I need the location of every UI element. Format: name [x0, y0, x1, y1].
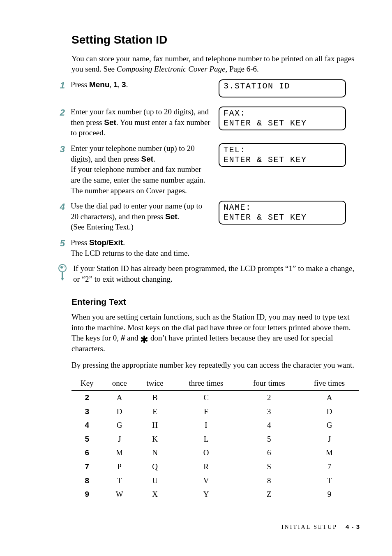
char-cell: J: [103, 432, 136, 446]
char-cell: 5: [239, 432, 300, 446]
step: 4Use the dial pad to enter your name (up…: [32, 201, 360, 232]
table-header: twice: [136, 376, 174, 391]
char-cell: 7: [300, 460, 359, 474]
step-number: 2: [58, 107, 65, 119]
char-cell: 6: [239, 446, 300, 460]
char-cell: E: [136, 405, 174, 419]
key-label: 3: [122, 80, 126, 89]
table-row: 5JKL5J: [71, 432, 359, 446]
footer-page-number: 4 - 3: [346, 523, 360, 530]
lcd-column: FAX: ENTER & SET KEY: [219, 107, 346, 134]
lcd-display: TEL: ENTER & SET KEY: [219, 143, 346, 167]
char-cell: R: [173, 460, 238, 474]
table-row: 2ABC2A: [71, 390, 359, 404]
text-run: ,: [118, 80, 122, 89]
entering-text-p2: By pressing the appropriate number key r…: [71, 360, 360, 371]
key-cell: 6: [71, 446, 103, 460]
char-cell: V: [173, 474, 238, 488]
lcd-display: 3.STATION ID: [219, 79, 346, 97]
table-row: 9WXYZ9: [71, 487, 359, 501]
table-header: three times: [173, 376, 238, 391]
key-label: Menu: [89, 80, 110, 89]
char-cell: 8: [239, 474, 300, 488]
lcd-column: 3.STATION ID: [219, 79, 346, 102]
note-icon: [58, 264, 67, 283]
step-body: Enter your telephone number (up) to 20 d…: [71, 143, 360, 196]
text-run: Use the dial pad to enter your name (up …: [71, 202, 202, 221]
svg-point-1: [60, 266, 63, 269]
table-header: once: [103, 376, 136, 391]
text-run: .: [126, 80, 128, 89]
char-cell: 2: [239, 390, 300, 404]
intro-paragraph: You can store your name, fax number, and…: [71, 53, 360, 74]
char-cell: Y: [173, 487, 238, 501]
footer-section: INITIAL SETUP: [281, 524, 337, 530]
et-p1-b: and: [125, 334, 140, 342]
key-table: Keyoncetwicethree timesfour timesfive ti…: [71, 376, 359, 501]
table-header: four times: [239, 376, 300, 391]
char-cell: B: [136, 390, 174, 404]
text-run: (See Entering Text.): [71, 222, 134, 231]
text-run: Press: [71, 238, 89, 247]
lcd-column: NAME: ENTER & SET KEY: [219, 201, 346, 229]
step: 3Enter your telephone number (up) to 20 …: [32, 143, 360, 196]
lcd-display: NAME: ENTER & SET KEY: [219, 201, 346, 225]
step-body: Press Stop/Exit.The LCD returns to the d…: [71, 237, 360, 258]
char-cell: 3: [239, 405, 300, 419]
key-cell: 5: [71, 432, 103, 446]
step-text: Use the dial pad to enter your name (up …: [71, 201, 210, 232]
section-heading: Setting Station ID: [71, 32, 360, 48]
char-cell: J: [300, 432, 359, 446]
step-number: 5: [58, 237, 65, 250]
step: 5Press Stop/Exit.The LCD returns to the …: [32, 237, 360, 258]
char-cell: G: [103, 418, 136, 432]
step-number: 1: [58, 79, 65, 92]
step-text: Enter your fax number (up to 20 digits),…: [71, 107, 210, 138]
text-run: .: [123, 238, 125, 247]
step-number: 3: [58, 143, 65, 155]
step-number: 4: [58, 201, 65, 213]
note-row: If your Station ID has already been prog…: [58, 263, 360, 284]
char-cell: 9: [300, 487, 359, 501]
entering-text-p1: When you are setting certain functions, …: [71, 312, 360, 354]
table-row: 8TUV8T: [71, 474, 359, 488]
svg-rect-2: [62, 272, 63, 278]
char-cell: Q: [136, 460, 174, 474]
char-cell: O: [173, 446, 238, 460]
text-run: If your telephone number and fax number …: [71, 165, 205, 195]
char-cell: X: [136, 487, 174, 501]
key-label: Set: [165, 212, 178, 221]
char-cell: N: [136, 446, 174, 460]
key-label: Set: [104, 118, 116, 127]
text-run: Enter your telephone number (up) to 20 d…: [71, 144, 195, 163]
key-label: 1: [113, 80, 118, 89]
char-cell: I: [173, 418, 238, 432]
table-row: 7PQRS7: [71, 460, 359, 474]
char-cell: S: [239, 460, 300, 474]
char-cell: L: [173, 432, 238, 446]
note-text: If your Station ID has already been prog…: [73, 263, 360, 284]
page-footer: INITIAL SETUP 4 - 3: [281, 523, 360, 531]
table-row: 6MNO6M: [71, 446, 359, 460]
char-cell: Z: [239, 487, 300, 501]
hash-key: #: [121, 334, 125, 342]
char-cell: M: [300, 446, 359, 460]
text-run: .: [178, 212, 180, 221]
table-row: 4GHI4G: [71, 418, 359, 432]
key-cell: 3: [71, 405, 103, 419]
char-cell: D: [103, 405, 136, 419]
char-cell: M: [103, 446, 136, 460]
key-cell: 9: [71, 487, 103, 501]
char-cell: P: [103, 460, 136, 474]
step: 2Enter your fax number (up to 20 digits)…: [32, 107, 360, 138]
key-label: Stop/Exit: [89, 238, 123, 247]
step-body: Use the dial pad to enter your name (up …: [71, 201, 360, 232]
char-cell: W: [103, 487, 136, 501]
key-cell: 7: [71, 460, 103, 474]
table-header: five times: [300, 376, 359, 391]
step-text: Enter your telephone number (up) to 20 d…: [71, 143, 210, 196]
char-cell: F: [173, 405, 238, 419]
step-body: Press Menu, 1, 3.3.STATION ID: [71, 79, 360, 102]
key-cell: 8: [71, 474, 103, 488]
lcd-column: TEL: ENTER & SET KEY: [219, 143, 346, 171]
